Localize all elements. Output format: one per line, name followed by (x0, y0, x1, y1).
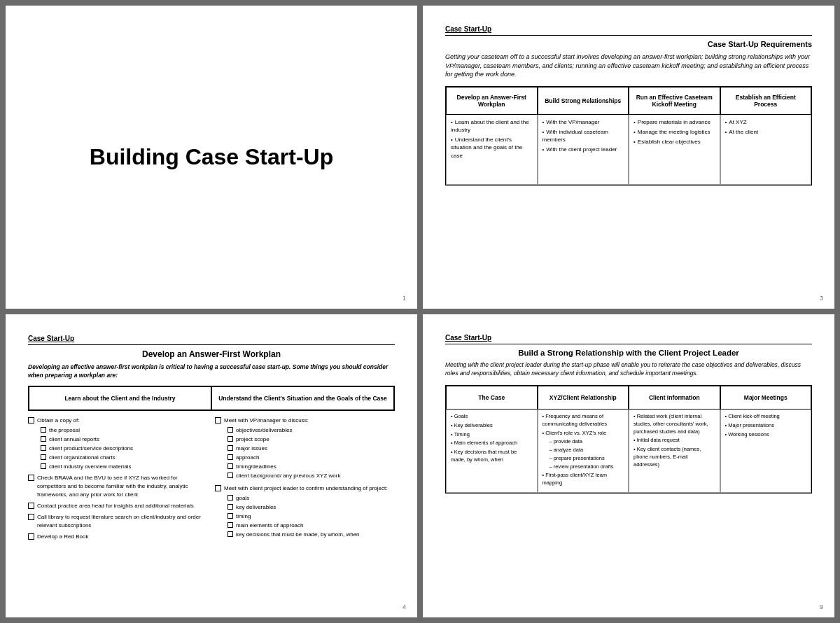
slide-number-4: 9 (820, 603, 823, 610)
slide-4: Case Start-Up Build a Strong Relationshi… (423, 314, 834, 617)
check-issues-label: major issues (236, 444, 267, 453)
check-me: main elements of approach (227, 522, 395, 530)
checkbox-annual (41, 436, 46, 442)
slide-3: Case Start-Up Develop an Answer-First Wo… (6, 314, 417, 617)
s4c2s3: prepare presentations (550, 455, 624, 463)
check-redbook: Develop a Red Book (28, 533, 208, 541)
check-annual: client annual reports (41, 435, 208, 444)
check-obtain-label: Obtain a copy of: (37, 416, 79, 425)
s4c2s4: review presentation drafts (550, 463, 624, 471)
checkbox-kd2 (227, 531, 233, 537)
check-kd: key deliverables (227, 503, 395, 512)
s4c2s2: analyze data (550, 447, 624, 454)
slide-1: Building Case Start-Up 1 (6, 6, 417, 309)
col-body-3: Prepare materials in advance Manage the … (629, 115, 720, 185)
checkbox-contact (28, 503, 34, 509)
check-approach: approach (227, 454, 395, 462)
check-product: client product/service descriptions (41, 444, 208, 453)
check-goals: goals (227, 494, 395, 503)
slide2-section-label: Case Start-Up (445, 25, 491, 33)
checkbox-vp (215, 417, 221, 424)
s4c2b1: Frequency and means of communicating del… (542, 413, 624, 428)
check-product-label: client product/service descriptions (49, 444, 133, 453)
check-scope-label: project scope (236, 435, 270, 444)
col-body-1: Learn about the client and the industry … (446, 115, 538, 185)
col-header-4: Establish an Efficient Process (720, 87, 812, 115)
s4c1b1: Goals (451, 413, 533, 421)
slide4-col3-header: Client Information (629, 386, 720, 410)
check-brava-label: Check BRAVA and the BVU to see if XYZ ha… (37, 474, 208, 499)
slide-2: Case Start-Up Case Start-Up Requirements… (423, 6, 834, 309)
slide4-col4-body: Client kick-off meeting Major presentati… (720, 410, 812, 493)
check-proposal-label: the proposal (49, 426, 80, 435)
slide-title: Building Case Start-Up (90, 144, 333, 170)
s4c4b2: Major presentations (725, 422, 807, 430)
check-obj: objectives/deliverables (227, 426, 395, 435)
slide3-content: Obtain a copy of: the proposal client an… (28, 416, 395, 542)
check-bg-label: client background/ any previous XYZ work (236, 472, 340, 480)
s4c2b3: First-pass client/XYZ team mapping (542, 472, 624, 487)
check-me-label: main elements of approach (236, 522, 304, 530)
slide2-header: Case Start-Up (445, 25, 812, 36)
slide-number-1: 1 (402, 295, 406, 302)
s4c3b3: Key client contacts (names, phone number… (634, 446, 715, 469)
s4c4b1: Client kick-off meeting (725, 413, 807, 421)
checkbox-proposal (41, 427, 46, 433)
col4-bullet1: At XYZ (725, 118, 807, 126)
col2-bullet1: With the VP/manager (542, 118, 624, 126)
col4-bullet2: At the client (725, 128, 807, 136)
slide-number-3: 4 (402, 603, 406, 610)
checkbox-product (41, 445, 46, 451)
slide4-col2-body: Frequency and means of communicating del… (538, 410, 629, 493)
check-timing-label: timing/deadlines (236, 463, 276, 471)
checkbox-issues (227, 445, 233, 451)
check-brava: Check BRAVA and the BVU to see if XYZ ha… (28, 474, 208, 499)
col3-bullet1: Prepare materials in advance (634, 118, 715, 126)
slide3-col1-header: Learn about the Client and the Industry (29, 386, 211, 410)
checkbox-t (227, 513, 233, 519)
checkbox-org (41, 454, 46, 460)
checkbox-library (28, 514, 34, 520)
col1-bullet1: Learn about the client and the industry (451, 118, 533, 134)
check-t: timing (227, 512, 395, 521)
check-org-label: client organizational charts (49, 454, 115, 462)
check-contact: Contact practice area head for insights … (28, 502, 208, 510)
col-header-3: Run an Effective Caseteam Kickoff Meetin… (629, 87, 720, 115)
slide4-col1-header: The Case (446, 386, 538, 410)
slide3-bold-italic: Developing an effective answer-first wor… (28, 363, 395, 380)
col-header-1: Develop an Answer-First Workplan (446, 87, 538, 115)
col1-bullet2: Understand the client's situation and th… (451, 136, 533, 160)
slide3-main-title: Develop an Answer-First Workplan (28, 349, 395, 359)
col3-bullet3: Establish clear objectives (634, 138, 715, 146)
check-library-label: Call library to request literature searc… (37, 513, 208, 530)
slide4-main-title: Build a Strong Relationship with the Cli… (445, 349, 812, 357)
check-kd2-label: key decisions that must be made, by whom… (236, 531, 360, 539)
checkbox-approach (227, 454, 233, 460)
slide4-col4-header: Major Meetings (720, 386, 812, 410)
s4c2s1: provide data (550, 438, 624, 446)
checkbox-me (227, 522, 233, 528)
checkbox-timing (227, 463, 233, 469)
slide3-section-label: Case Start-Up (28, 335, 74, 342)
slide4-italic: Meeting with the client project leader d… (445, 361, 812, 378)
check-obj-label: objectives/deliverables (236, 426, 293, 435)
check-library: Call library to request literature searc… (28, 513, 208, 530)
check-contact-label: Contact practice area head for insights … (37, 502, 194, 510)
check-client-leader-label: Meet with client project leader to confi… (224, 484, 387, 493)
s4c1b2: Key deliverables (451, 422, 533, 430)
check-timing: timing/deadlines (227, 463, 395, 471)
slide3-col2-header: Understand the Client's Situation and th… (211, 386, 394, 410)
slide4-col1-body: Goals Key deliverables Timing Main eleme… (446, 410, 538, 493)
slide4-section-label: Case Start-Up (445, 334, 491, 342)
checkbox-bg (227, 472, 233, 478)
col3-bullet2: Manage the meeting logistics (634, 128, 715, 136)
checkbox-obj (227, 427, 233, 433)
check-org: client organizational charts (41, 454, 208, 462)
check-t-label: timing (236, 512, 251, 521)
checkbox-obtain (28, 417, 34, 424)
checkbox-industry (41, 463, 46, 469)
s4c4b3: Working sessions (725, 431, 807, 439)
s4c1b4: Main elements of approach (451, 440, 533, 447)
s4c1b5: Key decisions that must be made, by whom… (451, 449, 533, 464)
check-redbook-label: Develop a Red Book (37, 533, 88, 541)
